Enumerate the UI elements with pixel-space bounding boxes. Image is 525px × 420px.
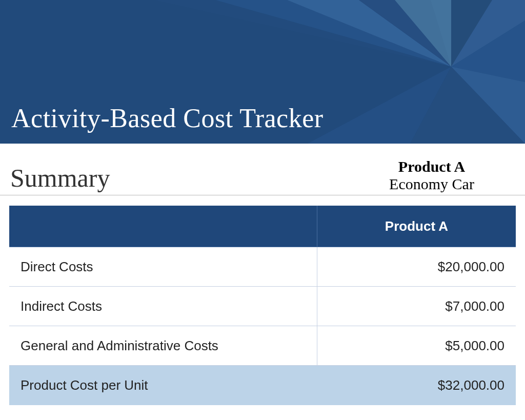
cost-value: $7,000.00 [317,287,516,326]
total-label: Product Cost per Unit [9,366,317,405]
banner: Activity-Based Cost Tracker [0,0,525,144]
product-label: Product A [350,158,514,175]
cost-label: General and Administrative Costs [9,326,317,366]
cost-summary-table: Product A Direct Costs $20,000.00 Indire… [9,206,516,405]
cost-value: $5,000.00 [317,326,516,366]
summary-header-row: Summary Product A Economy Car [0,144,525,195]
page-title: Activity-Based Cost Tracker [11,103,324,133]
table-row: Indirect Costs $7,000.00 [9,287,516,326]
summary-heading: Summary [10,163,350,193]
column-header-product: Product A [317,206,516,247]
total-value: $32,000.00 [317,366,516,405]
product-identity: Product A Economy Car [350,158,514,193]
table-row: Direct Costs $20,000.00 [9,247,516,287]
column-header-blank [9,206,317,247]
cost-value: $20,000.00 [317,247,516,287]
table-total-row: Product Cost per Unit $32,000.00 [9,366,516,405]
cost-label: Direct Costs [9,247,317,287]
table-row: General and Administrative Costs $5,000.… [9,326,516,366]
table-header-row: Product A [9,206,516,247]
cost-label: Indirect Costs [9,287,317,326]
content: Summary Product A Economy Car Product A … [0,144,525,405]
product-description: Economy Car [350,175,514,193]
